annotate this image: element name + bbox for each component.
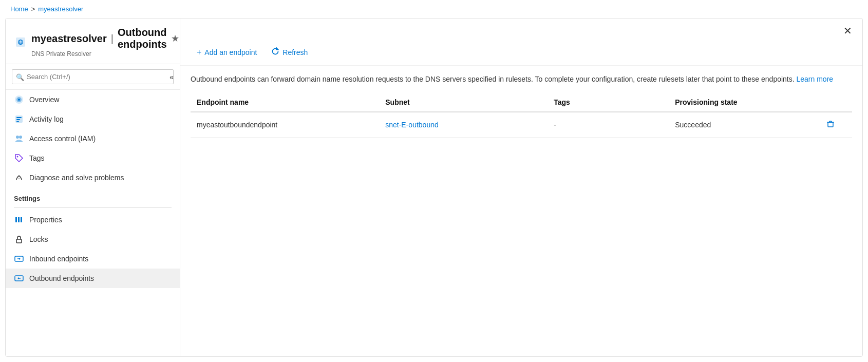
close-button[interactable]: ✕	[841, 23, 854, 39]
refresh-icon	[271, 47, 279, 57]
breadcrumb: Home > myeastresolver	[0, 0, 868, 18]
subnet-link[interactable]: snet-E-outbound	[385, 121, 439, 129]
page-title: Outbound endpoints	[118, 27, 167, 50]
svg-rect-18	[18, 217, 20, 222]
add-icon: +	[197, 48, 201, 57]
dns-resolver-icon	[16, 37, 25, 47]
svg-rect-12	[16, 121, 19, 122]
subnet-cell[interactable]: snet-E-outbound	[379, 112, 548, 138]
description-text: Outbound endpoints can forward domain na…	[180, 66, 862, 93]
overview-icon	[14, 94, 24, 105]
endpoint-name-cell: myeastoutboundendpoint	[191, 112, 379, 138]
col-header-tags: Tags	[548, 93, 669, 112]
svg-rect-10	[16, 117, 22, 118]
col-header-actions	[817, 93, 852, 112]
sidebar-item-access-control[interactable]: Access control (IAM)	[6, 129, 180, 148]
svg-point-8	[18, 99, 20, 101]
table-row: myeastoutboundendpoint snet-E-outbound -…	[191, 112, 852, 138]
resource-subtitle: DNS Private Resolver	[31, 50, 180, 58]
add-endpoint-label: Add an endpoint	[204, 48, 257, 56]
search-input[interactable]	[12, 69, 174, 84]
sidebar-item-inbound-endpoints[interactable]: Inbound endpoints	[6, 249, 180, 269]
svg-point-15	[17, 156, 18, 158]
svg-marker-22	[19, 258, 21, 260]
sidebar-item-tags[interactable]: Tags	[6, 148, 180, 168]
sidebar-item-access-control-label: Access control (IAM)	[29, 135, 96, 143]
main-content: ✕ + Add an endpoint Refresh Out	[180, 18, 862, 356]
breadcrumb-home[interactable]: Home	[10, 5, 28, 13]
search-icon: 🔍	[16, 73, 24, 81]
resource-icon	[16, 33, 25, 51]
svg-rect-20	[16, 239, 22, 243]
settings-divider	[14, 207, 172, 208]
sidebar: myeastresolver | Outbound endpoints ★ ··…	[6, 18, 180, 356]
locks-icon	[14, 234, 24, 244]
settings-section-label: Settings	[6, 187, 180, 205]
table-body: myeastoutboundendpoint snet-E-outbound -…	[191, 112, 852, 138]
delete-button[interactable]	[823, 119, 838, 131]
resource-header: myeastresolver | Outbound endpoints ★ ··…	[6, 18, 180, 64]
inbound-endpoints-icon	[14, 254, 24, 264]
resource-name: myeastresolver	[31, 33, 107, 45]
svg-point-14	[19, 136, 22, 139]
col-header-subnet: Subnet	[379, 93, 548, 112]
refresh-label: Refresh	[282, 48, 308, 56]
sidebar-item-locks-label: Locks	[29, 235, 48, 243]
activity-log-icon	[14, 114, 24, 124]
outbound-endpoints-icon	[14, 273, 24, 283]
svg-marker-24	[17, 277, 19, 279]
sidebar-item-activity-log[interactable]: Activity log	[6, 109, 180, 129]
sidebar-item-outbound-endpoints[interactable]: Outbound endpoints	[6, 269, 180, 288]
svg-rect-26	[828, 122, 833, 127]
tags-icon	[14, 153, 24, 163]
tags-cell: -	[548, 112, 669, 138]
sidebar-item-locks[interactable]: Locks	[6, 230, 180, 249]
svg-point-13	[16, 136, 19, 139]
properties-icon	[14, 215, 24, 225]
endpoints-table-container: Endpoint name Subnet Tags Provisioning s…	[180, 93, 862, 356]
sidebar-item-inbound-endpoints-label: Inbound endpoints	[29, 255, 88, 263]
sidebar-item-overview[interactable]: Overview	[6, 90, 180, 109]
sidebar-item-overview-label: Overview	[29, 96, 59, 104]
refresh-button[interactable]: Refresh	[265, 44, 314, 60]
endpoints-table: Endpoint name Subnet Tags Provisioning s…	[191, 93, 852, 138]
favorite-star-icon[interactable]: ★	[171, 33, 179, 44]
toolbar: + Add an endpoint Refresh	[180, 39, 862, 66]
add-endpoint-button[interactable]: + Add an endpoint	[191, 45, 263, 60]
sidebar-item-properties[interactable]: Properties	[6, 210, 180, 230]
collapse-sidebar-button[interactable]: «	[169, 73, 174, 81]
col-header-name: Endpoint name	[191, 93, 379, 112]
sidebar-item-diagnose-label: Diagnose and solve problems	[29, 174, 124, 182]
resource-title-area: myeastresolver | Outbound endpoints ★ ··…	[31, 27, 180, 58]
provisioning-state-cell: Succeeded	[669, 112, 817, 138]
learn-more-link[interactable]: Learn more	[797, 75, 834, 83]
breadcrumb-sep: >	[31, 5, 35, 13]
sidebar-item-tags-label: Tags	[29, 154, 45, 162]
sidebar-item-outbound-endpoints-label: Outbound endpoints	[29, 274, 94, 282]
svg-rect-11	[16, 119, 20, 120]
sidebar-item-properties-label: Properties	[29, 216, 62, 224]
access-control-icon	[14, 134, 24, 144]
sidebar-nav: Overview Activity log Access control (IA…	[6, 90, 180, 288]
sidebar-search-container: 🔍 «	[6, 64, 180, 90]
table-header: Endpoint name Subnet Tags Provisioning s…	[191, 93, 852, 112]
svg-marker-25	[276, 48, 278, 50]
svg-rect-17	[15, 217, 17, 222]
breadcrumb-resource[interactable]: myeastresolver	[38, 5, 83, 13]
svg-rect-19	[21, 217, 22, 222]
sidebar-item-diagnose[interactable]: Diagnose and solve problems	[6, 168, 180, 187]
actions-cell	[817, 112, 852, 138]
sidebar-item-activity-log-label: Activity log	[29, 115, 64, 123]
diagnose-icon	[14, 173, 24, 183]
col-header-provisioning: Provisioning state	[669, 93, 817, 112]
